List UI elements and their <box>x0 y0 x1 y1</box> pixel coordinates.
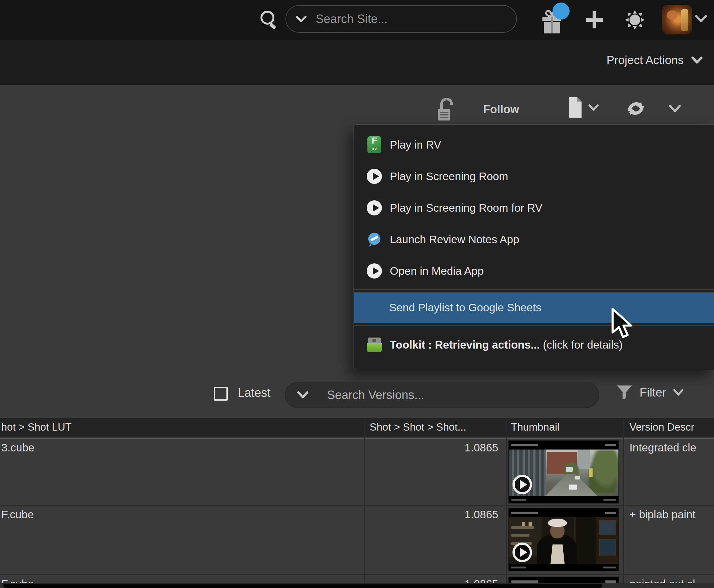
menu-item-play-in-rv[interactable]: FRV Play in RV <box>354 129 714 161</box>
refresh-icon[interactable] <box>624 97 647 120</box>
menu-item-send-playlist-to-google-sheets[interactable]: Send Playlist to Google Sheets <box>354 292 714 323</box>
menu-divider <box>354 325 714 326</box>
mouse-cursor <box>610 308 635 341</box>
search-icon[interactable] <box>259 9 279 30</box>
project-actions-label: Project Actions <box>606 54 684 67</box>
menu-item-play-in-screening-room[interactable]: Play in Screening Room <box>354 161 714 192</box>
table-header-row: hot > Shot LUT Shot > Shot > Shot... Thu… <box>0 418 714 439</box>
cell-shot-value: 1.0865 <box>366 508 498 521</box>
cell-shot-lut: F.cube <box>1 508 34 521</box>
menu-item-label: Open in Media App <box>390 265 484 277</box>
follow-label: Follow <box>483 103 519 116</box>
menu-item-label: Play in Screening Room for RV <box>390 202 542 214</box>
unlock-icon[interactable] <box>433 97 457 123</box>
versions-search-input[interactable]: Search Versions... <box>285 382 599 408</box>
cell-version-description: + biplab paint <box>629 508 695 521</box>
play-circle-icon <box>366 168 382 185</box>
project-header-bar: Project Actions <box>0 40 714 85</box>
column-header-version-description[interactable]: Version Descr <box>629 421 694 433</box>
toolkit-status-label: Toolkit : Retrieving actions... (click f… <box>390 338 623 351</box>
menu-item-label: Play in Screening Room <box>390 170 508 183</box>
notification-dot <box>553 2 569 20</box>
column-divider[interactable] <box>623 418 624 588</box>
menu-item-label: Play in RV <box>390 139 441 151</box>
play-circle-icon <box>366 263 382 279</box>
column-divider[interactable] <box>506 418 507 588</box>
horizontal-scrollbar[interactable] <box>0 583 714 588</box>
menu-item-label: Launch Review Notes App <box>390 233 519 246</box>
chevron-down-icon <box>691 56 703 65</box>
add-icon[interactable] <box>584 9 605 30</box>
follow-button[interactable]: Follow <box>483 103 519 116</box>
play-button-icon[interactable] <box>513 475 532 494</box>
chevron-down-icon <box>672 388 684 397</box>
table-row[interactable]: 3.cube 1.0865 Integrated cle <box>0 439 714 505</box>
search-scope-chevron-icon[interactable] <box>295 15 307 23</box>
filter-icon <box>615 384 633 401</box>
filter-button[interactable]: Filter <box>615 384 684 401</box>
user-avatar[interactable] <box>662 5 692 35</box>
menu-item-launch-review-notes-app[interactable]: Launch Review Notes App <box>354 224 714 255</box>
versions-table: hot > Shot LUT Shot > Shot > Shot... Thu… <box>0 418 714 588</box>
table-row[interactable]: F.cube 1.0865 <box>0 505 714 574</box>
review-notes-icon <box>366 231 382 248</box>
menu-item-play-in-screening-room-for-rv[interactable]: Play in Screening Room for RV <box>354 192 714 224</box>
brightness-icon[interactable] <box>624 9 646 31</box>
top-navigation-bar: Search Site... <box>0 0 714 40</box>
column-header-shot-value[interactable]: Shot > Shot > Shot... <box>370 421 466 433</box>
column-header-thumbnail[interactable]: Thumbnail <box>511 421 560 433</box>
file-icon <box>566 96 583 119</box>
latest-checkbox[interactable] <box>214 387 228 401</box>
play-button-icon[interactable] <box>513 543 532 562</box>
table-body: 3.cube 1.0865 Integrated cle <box>0 439 714 588</box>
menu-item-toolkit-status[interactable]: Toolkit : Retrieving actions... (click f… <box>354 329 714 361</box>
site-search-input[interactable]: Search Site... <box>285 5 517 33</box>
latest-label: Latest <box>238 386 271 400</box>
account-chevron-icon[interactable] <box>694 14 708 23</box>
menu-item-open-in-media-app[interactable]: Open in Media App <box>354 255 714 287</box>
version-thumbnail[interactable] <box>509 440 619 503</box>
site-search-placeholder: Search Site... <box>316 12 388 26</box>
toolkit-icon <box>366 337 382 353</box>
rv-app-icon: FRV <box>366 136 382 153</box>
project-actions-button[interactable]: Project Actions <box>606 54 703 67</box>
file-menu-button[interactable] <box>566 96 599 119</box>
chevron-down-icon <box>588 104 599 111</box>
app-window: Search Site... <box>0 0 714 588</box>
versions-search-scope-chevron-icon[interactable] <box>296 391 309 399</box>
cell-shot-lut: 3.cube <box>1 441 35 454</box>
menu-item-label: Send Playlist to Google Sheets <box>389 301 541 314</box>
column-divider[interactable] <box>364 418 365 588</box>
menu-divider <box>354 289 714 290</box>
horizontal-scrollbar-thumb[interactable] <box>3 584 602 588</box>
versions-search-placeholder: Search Versions... <box>327 388 424 402</box>
actions-dropdown-menu: FRV Play in RV Play in Screening Room Pl… <box>353 124 714 370</box>
filter-label: Filter <box>640 386 666 399</box>
cell-shot-value: 1.0865 <box>366 441 498 454</box>
column-header-shot-lut[interactable]: hot > Shot LUT <box>1 421 71 433</box>
play-circle-icon <box>366 200 382 216</box>
version-thumbnail[interactable] <box>509 508 619 571</box>
more-actions-chevron-button[interactable] <box>668 104 682 113</box>
cell-version-description: Integrated cle <box>629 441 696 454</box>
